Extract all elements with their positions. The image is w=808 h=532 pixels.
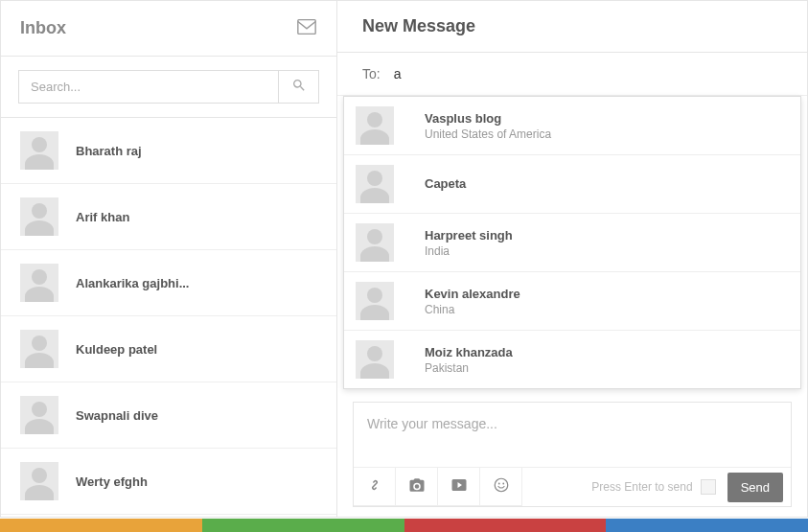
composer-toolbar: Press Enter to send Send — [354, 467, 791, 506]
avatar — [20, 264, 58, 302]
avatar — [356, 106, 394, 145]
composer: Press Enter to send Send — [353, 402, 792, 507]
smile-icon — [493, 476, 510, 497]
conversation-name: Swapnali dive — [76, 408, 158, 423]
conversation-item[interactable]: Kuldeep patel — [1, 316, 336, 382]
emoji-button[interactable] — [480, 468, 522, 506]
search-icon — [291, 78, 307, 96]
avatar — [356, 223, 394, 262]
to-input[interactable] — [394, 66, 782, 81]
camera-icon — [408, 476, 426, 497]
to-row: To: — [337, 53, 807, 96]
suggestion-item[interactable]: Kevin alexandre China — [344, 272, 800, 331]
conversation-item[interactable]: Alankarika gajbhi... — [1, 250, 336, 316]
suggestion-name: Moiz khanzada — [425, 345, 513, 359]
video-icon — [450, 476, 468, 497]
footer-stripe — [0, 519, 808, 532]
conversation-item[interactable]: Bharath raj — [1, 118, 336, 184]
avatar — [20, 396, 58, 434]
avatar — [20, 131, 58, 170]
compose-icon[interactable] — [296, 16, 317, 40]
search-row — [1, 57, 336, 118]
conversation-name: Bharath raj — [76, 144, 142, 158]
send-button[interactable]: Send — [727, 473, 783, 502]
suggestion-info: Vasplus blog United States of America — [425, 111, 551, 141]
suggestion-sub: Pakistan — [425, 361, 513, 375]
message-input[interactable] — [354, 403, 791, 464]
stripe-blue — [606, 519, 808, 532]
stripe-red — [404, 519, 607, 532]
conversation-item[interactable]: Werty efghh — [1, 449, 336, 515]
avatar — [356, 282, 394, 320]
suggestion-item[interactable]: Vasplus blog United States of America — [344, 97, 800, 155]
avatar — [20, 330, 58, 368]
enter-hint: Press Enter to send — [591, 480, 692, 494]
sidebar-title: Inbox — [20, 18, 66, 38]
svg-point-3 — [502, 483, 504, 485]
suggestion-info: Kevin alexandre China — [425, 287, 520, 316]
avatar — [356, 340, 394, 379]
app-root: Inbox Bharath raj Arif khan — [0, 0, 808, 518]
search-input[interactable] — [18, 70, 279, 104]
suggestion-item[interactable]: Capeta — [344, 155, 800, 214]
link-icon — [366, 476, 383, 497]
suggestion-name: Vasplus blog — [425, 111, 551, 126]
attach-link-button[interactable] — [354, 468, 396, 506]
svg-rect-0 — [298, 20, 315, 35]
avatar — [20, 462, 58, 500]
conversation-item[interactable]: Swapnali dive — [1, 382, 336, 449]
suggestion-info: Moiz khanzada Pakistan — [425, 345, 513, 375]
suggestion-name: Kevin alexandre — [425, 287, 520, 301]
conversation-list[interactable]: Bharath raj Arif khan Alankarika gajbhi.… — [1, 118, 336, 517]
suggestion-sub: China — [425, 303, 520, 316]
to-label: To: — [362, 66, 381, 81]
conversation-name: Werty efghh — [76, 474, 148, 489]
suggestion-item[interactable]: Harpreet singh India — [344, 214, 800, 272]
svg-point-1 — [495, 478, 508, 492]
suggestion-name: Harpreet singh — [425, 228, 513, 243]
conversation-name: Alankarika gajbhi... — [76, 276, 190, 290]
suggestion-info: Capeta — [425, 176, 466, 193]
suggestion-item[interactable]: Moiz khanzada Pakistan — [344, 331, 800, 388]
attach-video-button[interactable] — [438, 468, 480, 506]
attach-photo-button[interactable] — [396, 468, 438, 506]
suggestion-name: Capeta — [425, 176, 466, 191]
avatar — [356, 165, 394, 203]
recipient-suggestions[interactable]: Vasplus blog United States of America Ca… — [343, 96, 801, 389]
sidebar: Inbox Bharath raj Arif khan — [1, 1, 337, 517]
search-button[interactable] — [279, 70, 319, 104]
conversation-name: Arif khan — [76, 210, 129, 224]
stripe-green — [202, 519, 404, 532]
main-header: New Message — [337, 1, 807, 53]
suggestion-sub: United States of America — [425, 127, 551, 141]
stripe-orange — [0, 519, 202, 532]
conversation-item[interactable]: Arif khan — [1, 184, 336, 250]
suggestion-info: Harpreet singh India — [425, 228, 513, 258]
conversation-name: Kuldeep patel — [76, 342, 157, 357]
page-title: New Message — [362, 16, 788, 36]
sidebar-header: Inbox — [1, 1, 336, 57]
enter-to-send-checkbox[interactable] — [701, 479, 716, 495]
main-panel: New Message To: Vasplus blog United Stat… — [337, 1, 807, 517]
suggestion-sub: India — [425, 244, 513, 258]
avatar — [20, 197, 58, 236]
svg-point-2 — [497, 483, 499, 485]
